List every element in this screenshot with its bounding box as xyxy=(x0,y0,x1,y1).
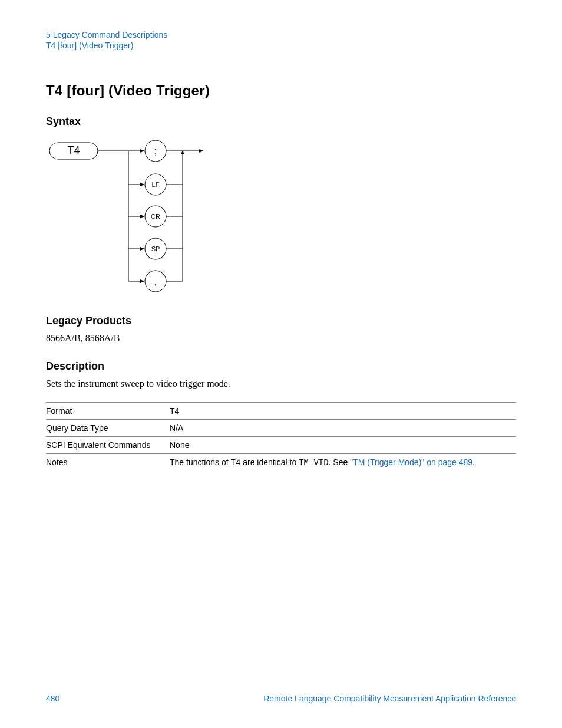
legacy-products-text: 8566A/B, 8568A/B xyxy=(46,333,516,344)
row-value: T4 xyxy=(170,403,516,420)
notes-text: The functions of xyxy=(170,457,231,467)
breadcrumb-topic: T4 [four] (Video Trigger) xyxy=(46,40,516,51)
diagram-start-label: T4 xyxy=(67,144,80,156)
notes-code: TM VID xyxy=(299,458,328,467)
table-row: SCPI Equivalent Commands None xyxy=(46,437,516,454)
page-footer: 480 Remote Language Compatibility Measur… xyxy=(46,694,516,703)
syntax-diagram: T4 ; LF CR SP xyxy=(46,134,516,298)
table-row-notes: Notes The functions of T4 are identical … xyxy=(46,454,516,472)
terminator-lf: LF xyxy=(152,181,160,188)
row-label: Notes xyxy=(46,454,170,472)
row-label: SCPI Equivalent Commands xyxy=(46,437,170,454)
row-label: Format xyxy=(46,403,170,420)
notes-text: are identical to xyxy=(240,457,299,467)
page-title: T4 [four] (Video Trigger) xyxy=(46,83,516,99)
notes-text: . xyxy=(472,457,475,467)
section-legacy-products: Legacy Products xyxy=(46,315,516,327)
terminator-cr: CR xyxy=(151,213,160,220)
doc-title: Remote Language Compatibility Measuremen… xyxy=(263,694,516,703)
terminator-sp: SP xyxy=(151,245,160,252)
row-value: N/A xyxy=(170,420,516,437)
info-table: Format T4 Query Data Type N/A SCPI Equiv… xyxy=(46,402,516,471)
table-row: Query Data Type N/A xyxy=(46,420,516,437)
row-label: Query Data Type xyxy=(46,420,170,437)
terminator-semicolon: ; xyxy=(154,145,157,157)
page-number: 480 xyxy=(46,694,59,703)
row-value: The functions of T4 are identical to TM … xyxy=(170,454,516,472)
breadcrumb-chapter: 5 Legacy Command Descriptions xyxy=(46,29,516,40)
notes-code: T4 xyxy=(231,458,241,467)
table-row: Format T4 xyxy=(46,403,516,420)
section-syntax: Syntax xyxy=(46,116,516,128)
section-description: Description xyxy=(46,360,516,373)
notes-link[interactable]: "TM (Trigger Mode)" on page 489 xyxy=(350,457,472,467)
row-value: None xyxy=(170,437,516,454)
terminator-comma: , xyxy=(154,275,157,287)
notes-text: . See xyxy=(329,457,351,467)
description-text: Sets the instrument sweep to video trigg… xyxy=(46,378,516,389)
